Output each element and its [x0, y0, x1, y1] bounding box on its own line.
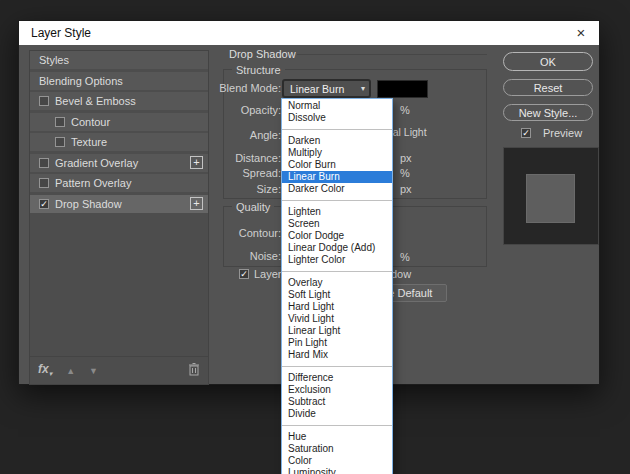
drop-shadow-checkbox[interactable]: ✓ [39, 199, 49, 209]
effects-sidebar: StylesBlending OptionsBevel & EmbossCont… [29, 50, 209, 385]
panel-title: Drop Shadow [229, 48, 296, 60]
preview-toggle[interactable]: ✓ Preview [521, 127, 582, 139]
gradient-overlay-checkbox[interactable] [39, 158, 49, 168]
close-icon[interactable]: × [571, 21, 591, 45]
panel-title-rule [297, 54, 487, 55]
sidebar-item-drop-shadow[interactable]: ✓Drop Shadow+ [30, 195, 208, 213]
spread-label: Spread: [205, 167, 281, 179]
quality-legend: Quality [232, 201, 274, 213]
screen: Layer Style × StylesBlending OptionsBeve… [0, 0, 630, 474]
distance-unit: px [400, 152, 412, 164]
new-style-button[interactable]: New Style... [503, 104, 593, 121]
pattern-overlay-checkbox[interactable] [39, 178, 49, 188]
blend-mode-option-hard-mix[interactable]: Hard Mix [282, 349, 392, 361]
sidebar-item-label: Bevel & Emboss [55, 95, 136, 107]
sidebar-item-label: Gradient Overlay [55, 157, 138, 169]
blend-mode-option-vivid-light[interactable]: Vivid Light [282, 313, 392, 325]
noise-label: Noise: [205, 250, 281, 262]
size-label: Size: [205, 183, 281, 195]
spread-unit: % [400, 167, 410, 179]
blend-mode-option-luminosity[interactable]: Luminosity [282, 467, 392, 474]
blend-mode-option-normal[interactable]: Normal [282, 100, 392, 112]
contour-label: Contour: [205, 227, 281, 239]
add-instance-icon[interactable]: + [190, 156, 203, 169]
blend-mode-option-dissolve[interactable]: Dissolve [282, 112, 392, 124]
blend-mode-option-lighten[interactable]: Lighten [282, 206, 392, 218]
preview-checkbox[interactable]: ✓ [521, 128, 531, 138]
dropdown-divider [282, 129, 392, 130]
blend-mode-option-subtract[interactable]: Subtract [282, 396, 392, 408]
shadow-color-swatch[interactable] [377, 80, 428, 98]
blend-mode-option-hue[interactable]: Hue [282, 431, 392, 443]
opacity-label: Opacity: [205, 104, 281, 116]
blend-mode-option-overlay[interactable]: Overlay [282, 277, 392, 289]
sidebar-item-blending-options[interactable]: Blending Options [30, 72, 208, 90]
add-instance-icon[interactable]: + [190, 197, 203, 210]
noise-unit: % [400, 251, 410, 263]
blend-mode-value: Linear Burn [284, 83, 361, 95]
blend-mode-option-lighter-color[interactable]: Lighter Color [282, 254, 392, 266]
sidebar-item-label: Styles [39, 54, 69, 66]
layer-knockout-checkbox[interactable]: ✓ [239, 269, 249, 279]
sidebar-item-label: Drop Shadow [55, 198, 122, 210]
blend-mode-option-pin-light[interactable]: Pin Light [282, 337, 392, 349]
size-unit: px [400, 183, 412, 195]
delete-effect-button[interactable] [188, 362, 200, 380]
dropdown-divider [282, 425, 392, 426]
dropdown-divider [282, 366, 392, 367]
contour-checkbox[interactable] [55, 117, 65, 127]
preview-label: Preview [543, 127, 582, 139]
sidebar-item-label: Texture [71, 136, 107, 148]
blend-mode-option-linear-dodge-add[interactable]: Linear Dodge (Add) [282, 242, 392, 254]
reset-button[interactable]: Reset [503, 79, 593, 96]
sidebar-item-styles[interactable]: Styles [30, 51, 208, 69]
sidebar-item-label: Contour [71, 116, 110, 128]
dialog-titlebar[interactable]: Layer Style × [19, 21, 599, 45]
sidebar-item-bevel-emboss[interactable]: Bevel & Emboss [30, 92, 208, 110]
angle-label: Angle: [205, 129, 281, 141]
sidebar-item-gradient-overlay[interactable]: Gradient Overlay+ [30, 154, 208, 172]
blend-mode-option-darken[interactable]: Darken [282, 135, 392, 147]
ok-button[interactable]: OK [503, 52, 593, 71]
blend-mode-option-color[interactable]: Color [282, 455, 392, 467]
add-effect-fx-button[interactable]: fx▾ [38, 362, 52, 378]
opacity-unit: % [400, 104, 410, 116]
blend-mode-option-color-burn[interactable]: Color Burn [282, 159, 392, 171]
blend-mode-option-multiply[interactable]: Multiply [282, 147, 392, 159]
sidebar-item-texture[interactable]: Texture [30, 133, 208, 151]
blend-mode-option-saturation[interactable]: Saturation [282, 443, 392, 455]
bevel-emboss-checkbox[interactable] [39, 96, 49, 106]
dialog-title: Layer Style [19, 26, 91, 40]
blend-mode-option-linear-burn[interactable]: Linear Burn [282, 171, 392, 183]
blend-mode-option-difference[interactable]: Difference [282, 372, 392, 384]
structure-legend: Structure [232, 64, 285, 76]
preview-shape [526, 174, 575, 223]
sidebar-item-label: Pattern Overlay [55, 177, 131, 189]
blend-mode-option-linear-light[interactable]: Linear Light [282, 325, 392, 337]
sidebar-item-pattern-overlay[interactable]: Pattern Overlay [30, 174, 208, 192]
chevron-down-icon: ▾ [361, 84, 369, 93]
sidebar-item-label: Blending Options [39, 75, 123, 87]
sidebar-items: StylesBlending OptionsBevel & EmbossCont… [30, 51, 208, 215]
blend-mode-option-darker-color[interactable]: Darker Color [282, 183, 392, 195]
trash-icon [188, 362, 200, 376]
blend-mode-option-soft-light[interactable]: Soft Light [282, 289, 392, 301]
blend-mode-option-hard-light[interactable]: Hard Light [282, 301, 392, 313]
move-effect-up-button[interactable]: ▲ [66, 366, 75, 376]
distance-label: Distance: [205, 152, 281, 164]
blend-mode-option-divide[interactable]: Divide [282, 408, 392, 420]
blend-mode-list: NormalDissolveDarkenMultiplyColor BurnLi… [281, 98, 393, 474]
sidebar-footer: fx▾ ▲ ▼ [30, 356, 208, 384]
blend-mode-option-color-dodge[interactable]: Color Dodge [282, 230, 392, 242]
sidebar-item-contour[interactable]: Contour [30, 113, 208, 131]
blend-mode-option-exclusion[interactable]: Exclusion [282, 384, 392, 396]
dropdown-divider [282, 271, 392, 272]
blend-mode-label: Blend Mode: [205, 82, 281, 94]
blend-mode-option-screen[interactable]: Screen [282, 218, 392, 230]
texture-checkbox[interactable] [55, 137, 65, 147]
dropdown-divider [282, 200, 392, 201]
blend-mode-select[interactable]: Linear Burn ▾ [282, 79, 371, 98]
preview-thumbnail [503, 147, 599, 245]
move-effect-down-button[interactable]: ▼ [89, 366, 98, 376]
